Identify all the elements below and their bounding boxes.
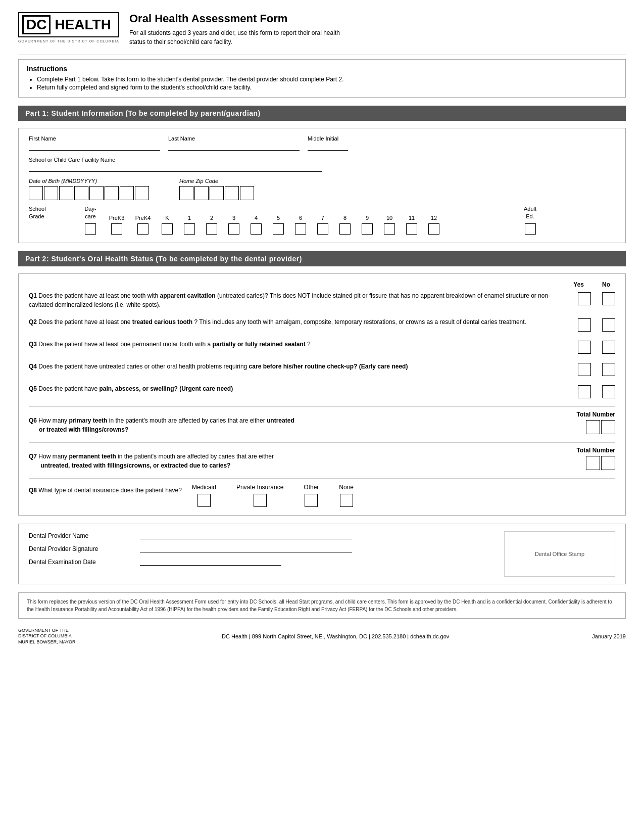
q6-total-area: Total Number — [577, 411, 615, 434]
logo-subtitle: GOVERNMENT OF THE DISTRICT OF COLUMBIA — [18, 39, 119, 43]
q6-total-box-2[interactable] — [601, 420, 615, 434]
footer-gov-line3: MURIEL BOWSER, MAYOR — [18, 639, 79, 645]
q7-total-box-2[interactable] — [601, 456, 615, 470]
question-q4-row: Q4 Does the patient have untreated carie… — [29, 362, 615, 378]
q6-total-boxes — [586, 420, 615, 434]
question-q1-text: Q1 Does the patient have at least one to… — [29, 291, 578, 309]
last-name-field[interactable] — [168, 143, 300, 151]
question-q2-text: Q2 Does the patient have at least one tr… — [29, 317, 578, 327]
instructions-box: Instructions Complete Part 1 below. Take… — [18, 59, 626, 98]
q8-inner: Q8 What type of dental insurance does th… — [29, 484, 615, 507]
q2-yes-box[interactable] — [578, 318, 591, 332]
q4-no-box[interactable] — [602, 363, 615, 376]
q3-no-box[interactable] — [602, 341, 615, 354]
provider-signature-field[interactable] — [140, 544, 352, 552]
last-name-label: Last Name — [168, 135, 300, 142]
grade-section: School Grade Day- care PreK3 PreK4 K 1 2… — [29, 205, 615, 235]
checkbox-g2[interactable] — [206, 223, 217, 235]
q2-no-box[interactable] — [602, 318, 615, 332]
checkbox-g5[interactable] — [273, 223, 284, 235]
checkbox-g1[interactable] — [184, 223, 195, 235]
prek3-label: PreK3 — [104, 215, 130, 221]
q6-id: Q6 — [29, 417, 37, 424]
checkbox-g9[interactable] — [362, 223, 373, 235]
provider-name-field[interactable] — [140, 531, 352, 539]
zip-box-5[interactable] — [240, 186, 254, 200]
q5-no-box[interactable] — [602, 385, 615, 398]
header-text: Oral Health Assessment Form For all stud… — [129, 12, 340, 47]
footer-gov-line2: DISTRICT OF COLUMBIA — [18, 633, 79, 639]
checkbox-g11[interactable] — [406, 223, 417, 235]
dob-box-8[interactable] — [135, 186, 149, 200]
prek4-label: PreK4 — [130, 215, 156, 221]
dob-box-5[interactable] — [89, 186, 104, 200]
provider-date-field[interactable] — [140, 558, 281, 566]
checkbox-adult-ed[interactable] — [525, 223, 536, 235]
none-insurance-checkbox[interactable] — [340, 494, 353, 507]
question-q6-row: Q6 How many primary teeth in the patient… — [29, 411, 615, 434]
q6-total-label: Total Number — [577, 411, 615, 418]
disclaimer-box: This form replaces the previous version … — [18, 592, 626, 619]
yes-column-label: Yes — [573, 281, 584, 288]
other-insurance-checkbox[interactable] — [305, 494, 318, 507]
dob-box-4[interactable] — [74, 186, 88, 200]
q1-no-box[interactable] — [602, 292, 615, 305]
dob-box-1[interactable] — [29, 186, 43, 200]
checkbox-prek4[interactable] — [137, 223, 148, 235]
provider-section: Dental Provider Name Dental Provider Sig… — [18, 524, 626, 584]
checkbox-k[interactable] — [162, 223, 173, 235]
zip-box-4[interactable] — [225, 186, 239, 200]
q4-id: Q4 — [29, 363, 37, 370]
q5-answer-boxes — [578, 384, 615, 398]
part2-header: Part 2: Student's Oral Health Status (To… — [18, 251, 626, 266]
zip-box-1[interactable] — [179, 186, 193, 200]
first-name-field[interactable] — [29, 143, 160, 151]
k-label: K — [156, 215, 178, 221]
zip-label: Home Zip Code — [179, 178, 254, 184]
medicaid-label: Medicaid — [192, 484, 216, 491]
medicaid-checkbox[interactable] — [197, 494, 211, 507]
q1-yes-box[interactable] — [578, 292, 591, 305]
provider-name-label: Dental Provider Name — [29, 532, 130, 539]
q1-id: Q1 — [29, 292, 37, 299]
q3-yes-box[interactable] — [578, 341, 591, 354]
checkbox-g12[interactable] — [428, 223, 439, 235]
question-q4-text: Q4 Does the patient have untreated carie… — [29, 362, 578, 371]
middle-initial-field[interactable] — [308, 143, 348, 151]
checkbox-g7[interactable] — [317, 223, 328, 235]
checkbox-g6[interactable] — [295, 223, 306, 235]
dob-box-3[interactable] — [59, 186, 73, 200]
checkbox-g4[interactable] — [251, 223, 262, 235]
q7-total-area: Total Number — [577, 447, 615, 470]
part1-section: Part 1: Student Information (To be compl… — [18, 106, 626, 243]
q7-total-box-1[interactable] — [586, 456, 600, 470]
dob-box-7[interactable] — [120, 186, 134, 200]
dob-box-6[interactable] — [105, 186, 119, 200]
stamp-area-container: Dental Office Stamp — [504, 531, 615, 577]
g3-label: 3 — [223, 215, 245, 221]
zip-box-2[interactable] — [194, 186, 209, 200]
g12-label: 12 — [423, 215, 445, 221]
dob-box-2[interactable] — [44, 186, 58, 200]
question-q7-text: Q7 How many permanent teeth in the patie… — [29, 452, 577, 470]
checkbox-g3[interactable] — [228, 223, 239, 235]
question-q3-row: Q3 Does the patient have at least one pe… — [29, 340, 615, 356]
zip-box-3[interactable] — [210, 186, 224, 200]
checkbox-daycare[interactable] — [85, 223, 96, 235]
q5-yes-box[interactable] — [578, 385, 591, 398]
none-label: None — [339, 484, 354, 491]
dob-zip-section: Date of Birth (MMDDYYYY) Home Zip Code — [29, 178, 615, 200]
q6-total-box-1[interactable] — [586, 420, 600, 434]
grade-checkboxes-row — [29, 222, 615, 235]
checkbox-g10[interactable] — [384, 223, 395, 235]
school-name-field[interactable] — [29, 164, 322, 172]
q7-total-label: Total Number — [577, 447, 615, 454]
header: DC HEALTH GOVERNMENT OF THE DISTRICT OF … — [18, 12, 626, 47]
private-insurance-checkbox[interactable] — [254, 494, 267, 507]
checkbox-g8[interactable] — [339, 223, 351, 235]
q5-id: Q5 — [29, 385, 37, 392]
q4-yes-box[interactable] — [578, 363, 591, 376]
g10-label: 10 — [378, 215, 401, 221]
checkbox-prek3[interactable] — [111, 223, 122, 235]
q3-answer-boxes — [578, 340, 615, 354]
